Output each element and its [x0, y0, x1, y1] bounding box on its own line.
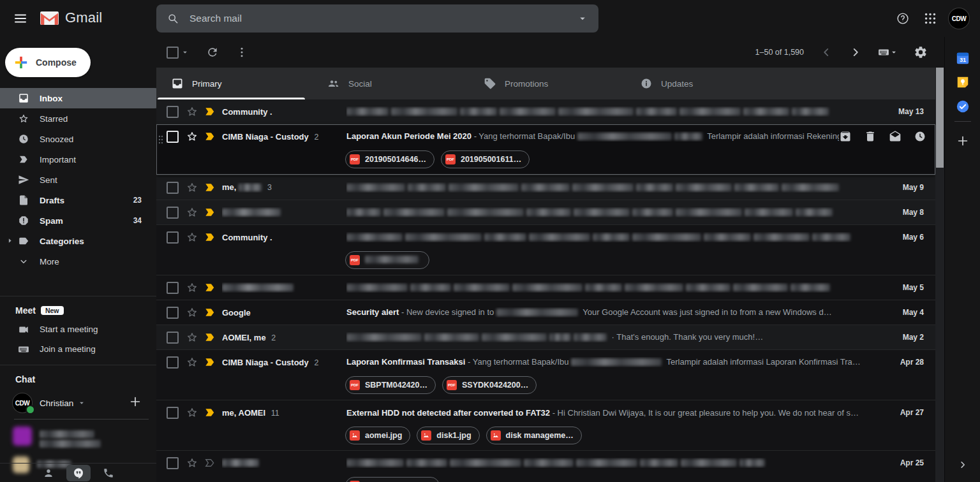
newer-page-icon[interactable]: [819, 45, 833, 59]
importance-marker-icon[interactable]: [204, 231, 216, 244]
email-row[interactable]: CIMB Niaga - Custody 2Laporan Akun Perio…: [156, 124, 935, 175]
email-row[interactable]: Google Security alert - New device signe…: [156, 300, 935, 325]
search-icon[interactable]: [167, 12, 179, 25]
email-checkbox[interactable]: [167, 182, 179, 194]
chat-user-row[interactable]: CDW Christian: [13, 392, 156, 414]
google-apps-button[interactable]: [921, 10, 939, 27]
tab-primary[interactable]: Primary: [156, 68, 313, 99]
mark-as-read-button-icon[interactable]: [889, 130, 902, 143]
archive-button-icon[interactable]: [839, 130, 852, 143]
star-icon[interactable]: [186, 105, 198, 118]
compose-button[interactable]: Compose: [5, 48, 91, 77]
sidebar-item-snoozed[interactable]: Snoozed: [0, 129, 156, 149]
attachment-chip[interactable]: PDFSBPTM042420…: [345, 376, 436, 394]
meet-item-start-a-meeting[interactable]: Start a meeting: [0, 319, 156, 339]
attachment-chip[interactable]: disk manageme…: [486, 427, 582, 444]
importance-marker-icon[interactable]: [204, 181, 216, 194]
more-options-icon[interactable]: [235, 46, 248, 59]
importance-marker-icon[interactable]: [204, 331, 216, 344]
email-row[interactable]: AOMEI, me 2 · That's enough. Thank you v…: [156, 325, 935, 350]
email-row[interactable]: me, AOMEI 11External HDD not detected af…: [156, 400, 935, 451]
sidebar-item-important[interactable]: Important: [0, 149, 156, 170]
calendar-panel-button[interactable]: 31: [956, 51, 970, 65]
sidebar-item-spam[interactable]: Spam34: [0, 210, 156, 231]
importance-marker-icon[interactable]: [204, 105, 216, 118]
attachment-chip[interactable]: PDF201905001611…: [441, 150, 530, 168]
attachment-chip[interactable]: PDF201905014646…: [345, 150, 434, 168]
refresh-icon[interactable]: [206, 46, 219, 59]
chat-contact[interactable]: [13, 427, 156, 449]
email-row[interactable]: CIMB Niaga - Custody 2Laporan Konfirmasi…: [156, 350, 935, 400]
email-checkbox[interactable]: [167, 131, 179, 143]
snooze-button-icon[interactable]: [914, 130, 926, 143]
account-avatar[interactable]: CDW: [949, 8, 969, 29]
email-checkbox[interactable]: [167, 457, 179, 469]
star-icon[interactable]: [186, 281, 198, 294]
sidebar-item-more[interactable]: More: [0, 251, 156, 272]
get-addons-button[interactable]: [956, 134, 970, 148]
calls-tab-button[interactable]: [101, 465, 116, 481]
email-checkbox[interactable]: [167, 332, 179, 344]
scrollbar-thumb[interactable]: [936, 68, 944, 168]
email-row[interactable]: May 5: [156, 275, 935, 300]
importance-marker-icon[interactable]: [204, 456, 216, 469]
hamburger-menu-icon[interactable]: [9, 7, 32, 30]
select-caret-icon[interactable]: [181, 48, 189, 57]
email-checkbox[interactable]: [167, 356, 179, 369]
email-checkbox[interactable]: [167, 407, 179, 419]
star-icon[interactable]: [186, 406, 198, 419]
email-row[interactable]: me, 3May 9: [156, 175, 935, 200]
importance-marker-icon[interactable]: [204, 130, 216, 143]
attachment-chip[interactable]: aomei.jpg: [345, 427, 410, 444]
email-row[interactable]: Apr 25d7fd1beb-3c16-…: [156, 451, 935, 482]
sidebar-item-inbox[interactable]: Inbox: [0, 88, 165, 108]
importance-marker-icon[interactable]: [204, 281, 216, 294]
drag-handle-icon[interactable]: [158, 132, 164, 146]
settings-gear-icon[interactable]: [914, 45, 928, 59]
sidebar-item-starred[interactable]: Starred: [0, 108, 156, 129]
star-icon[interactable]: [186, 181, 198, 194]
sidebar-item-categories[interactable]: Categories: [0, 231, 156, 251]
email-checkbox[interactable]: [167, 282, 179, 294]
meet-item-join-a-meeting[interactable]: Join a meeting: [0, 339, 156, 359]
attachment-chip[interactable]: PDFSSYDK0424200…: [442, 376, 537, 394]
star-icon[interactable]: [186, 456, 198, 469]
email-checkbox[interactable]: [167, 207, 179, 219]
input-method-button[interactable]: [878, 47, 898, 58]
sidebar-item-drafts[interactable]: Drafts23: [0, 190, 156, 210]
contacts-tab-button[interactable]: [41, 465, 56, 481]
importance-marker-icon[interactable]: [204, 206, 216, 219]
tab-updates[interactable]: Updates: [625, 68, 782, 99]
email-checkbox[interactable]: [167, 231, 179, 244]
star-icon[interactable]: [186, 331, 198, 344]
keep-panel-button[interactable]: [956, 75, 970, 89]
attachment-chip[interactable]: disk1.jpg: [417, 427, 479, 444]
email-row[interactable]: May 8: [156, 200, 935, 225]
search-bar[interactable]: [156, 4, 598, 33]
expander-icon[interactable]: [6, 237, 14, 245]
older-page-icon[interactable]: [849, 45, 863, 59]
star-icon[interactable]: [186, 356, 198, 369]
help-button[interactable]: [894, 10, 912, 27]
chat-user-caret-icon[interactable]: [77, 398, 86, 407]
sidebar-item-sent[interactable]: Sent: [0, 170, 156, 190]
star-icon[interactable]: [186, 306, 198, 319]
tab-social[interactable]: Social: [313, 68, 469, 99]
search-options-caret-icon[interactable]: [577, 13, 588, 24]
star-icon[interactable]: [186, 206, 198, 219]
email-checkbox[interactable]: [167, 106, 179, 118]
select-all-checkbox[interactable]: [167, 47, 179, 59]
email-checkbox[interactable]: [167, 307, 179, 319]
tab-promotions[interactable]: Promotions: [469, 68, 625, 99]
importance-marker-icon[interactable]: [204, 406, 216, 419]
tasks-panel-button[interactable]: [956, 99, 970, 113]
attachment-chip[interactable]: d7fd1beb-3c16-…: [345, 477, 440, 482]
importance-marker-icon[interactable]: [204, 306, 216, 319]
star-icon[interactable]: [186, 130, 198, 143]
hangouts-tab-button[interactable]: [66, 465, 91, 481]
hide-panel-button[interactable]: [957, 459, 969, 471]
email-row[interactable]: Community . May 13: [156, 99, 935, 124]
importance-marker-icon[interactable]: [204, 356, 216, 369]
attachment-chip[interactable]: PDF: [345, 251, 429, 269]
star-icon[interactable]: [186, 231, 198, 244]
